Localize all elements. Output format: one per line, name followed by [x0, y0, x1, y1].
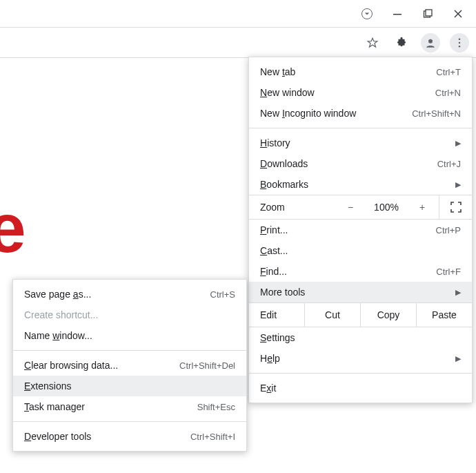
menu-item-label: New window	[260, 87, 430, 98]
paste-button[interactable]: Paste	[416, 303, 472, 327]
menu-item-shortcut: Ctrl+Shift+Del	[179, 360, 235, 371]
submenu-extensions[interactable]: Extensions	[13, 376, 246, 396]
menu-help[interactable]: Help ▶	[249, 348, 472, 369]
menu-downloads[interactable]: Downloads Ctrl+J	[249, 153, 472, 174]
menu-separator	[13, 350, 246, 351]
submenu-arrow-icon: ▶	[455, 139, 461, 148]
window-maximize-button[interactable]	[413, 2, 443, 26]
menu-new-window[interactable]: New window Ctrl+N	[249, 82, 472, 103]
copy-button[interactable]: Copy	[360, 303, 416, 327]
submenu-arrow-icon: ▶	[455, 288, 461, 297]
menu-item-shortcut: Ctrl+Shift+N	[412, 108, 461, 119]
menu-new-incognito[interactable]: New Incognito window Ctrl+Shift+N	[249, 103, 472, 124]
menu-item-shortcut: Ctrl+P	[436, 225, 461, 235]
submenu-task-manager[interactable]: Task manager Shift+Esc	[13, 396, 246, 417]
window-close-button[interactable]	[443, 2, 473, 26]
window-titlebar	[0, 0, 476, 28]
more-tools-submenu: Save page as... Ctrl+S Create shortcut..…	[12, 279, 247, 452]
zoom-label: Zoom	[260, 202, 334, 213]
menu-item-label: Name window...	[24, 330, 235, 341]
menu-new-tab[interactable]: New tab Ctrl+T	[249, 61, 472, 82]
menu-cast[interactable]: Cast...	[249, 240, 472, 261]
menu-item-shortcut: Shift+Esc	[197, 402, 235, 412]
profile-avatar-icon[interactable]	[421, 33, 440, 52]
menu-exit[interactable]: Exit	[249, 378, 472, 398]
menu-item-label: Save page as...	[24, 289, 205, 300]
menu-separator	[13, 421, 246, 422]
menu-item-label: Help	[260, 353, 450, 364]
svg-point-5	[459, 41, 461, 44]
menu-item-label: More tools	[260, 287, 450, 298]
menu-history[interactable]: History ▶	[249, 133, 472, 153]
svg-point-6	[459, 45, 461, 47]
menu-item-shortcut: Ctrl+Shift+I	[190, 432, 235, 442]
zoom-level: 100%	[367, 202, 406, 213]
menu-item-shortcut: Ctrl+J	[437, 159, 461, 169]
menu-item-label: Downloads	[260, 158, 432, 169]
submenu-clear-browsing[interactable]: Clear browsing data... Ctrl+Shift+Del	[13, 355, 246, 376]
submenu-create-shortcut: Create shortcut...	[13, 305, 246, 325]
menu-item-label: Extensions	[24, 380, 235, 392]
svg-point-4	[459, 38, 461, 40]
menu-item-label: Bookmarks	[260, 179, 450, 190]
menu-item-label: Developer tools	[24, 431, 185, 442]
submenu-save-page[interactable]: Save page as... Ctrl+S	[13, 284, 246, 305]
menu-item-label: New tab	[260, 66, 430, 77]
menu-item-label: Find...	[260, 266, 430, 277]
cut-button[interactable]: Cut	[304, 303, 360, 327]
svg-point-3	[428, 39, 433, 43]
menu-item-label: Exit	[260, 383, 461, 394]
menu-separator	[249, 373, 472, 374]
edit-label: Edit	[249, 309, 304, 320]
menu-find[interactable]: Find... Ctrl+F	[249, 261, 472, 282]
menu-zoom-row: Zoom − 100% +	[249, 195, 472, 220]
menu-item-shortcut: Ctrl+N	[435, 88, 461, 98]
menu-item-label: Cast...	[260, 245, 461, 256]
submenu-developer-tools[interactable]: Developer tools Ctrl+Shift+I	[13, 426, 246, 447]
menu-more-tools[interactable]: More tools ▶	[249, 282, 472, 302]
fullscreen-button[interactable]	[439, 195, 472, 219]
main-menu: New tab Ctrl+T New window Ctrl+N New Inc…	[248, 57, 473, 403]
svg-rect-0	[393, 14, 401, 15]
window-minimize-button[interactable]	[382, 2, 413, 26]
more-menu-icon[interactable]	[450, 33, 469, 52]
menu-separator	[249, 128, 472, 128]
zoom-out-button[interactable]: −	[334, 202, 367, 213]
dropdown-indicator-icon[interactable]	[352, 2, 382, 26]
submenu-arrow-icon: ▶	[455, 180, 461, 189]
menu-print[interactable]: Print... Ctrl+P	[249, 220, 472, 240]
menu-edit-row: Edit Cut Copy Paste	[249, 302, 472, 327]
menu-item-label: History	[260, 137, 450, 148]
submenu-name-window[interactable]: Name window...	[13, 325, 246, 346]
submenu-arrow-icon: ▶	[455, 354, 461, 363]
menu-item-label: Task manager	[24, 401, 192, 412]
browser-toolbar	[0, 28, 476, 58]
menu-item-label: New Incognito window	[260, 108, 406, 119]
menu-bookmarks[interactable]: Bookmarks ▶	[249, 174, 472, 195]
menu-item-shortcut: Ctrl+F	[436, 267, 461, 277]
menu-item-shortcut: Ctrl+T	[436, 67, 461, 77]
menu-settings[interactable]: Settings	[249, 327, 472, 348]
extensions-puzzle-icon[interactable]	[392, 33, 411, 52]
menu-item-label: Settings	[260, 332, 461, 343]
svg-rect-2	[426, 10, 432, 16]
browser-logo: e	[0, 207, 31, 255]
menu-item-label: Print...	[260, 224, 430, 235]
zoom-in-button[interactable]: +	[406, 202, 439, 213]
bookmark-star-icon[interactable]	[363, 33, 382, 52]
menu-item-label: Clear browsing data...	[24, 360, 174, 371]
menu-item-label: Create shortcut...	[24, 309, 235, 320]
menu-item-shortcut: Ctrl+S	[210, 289, 235, 300]
